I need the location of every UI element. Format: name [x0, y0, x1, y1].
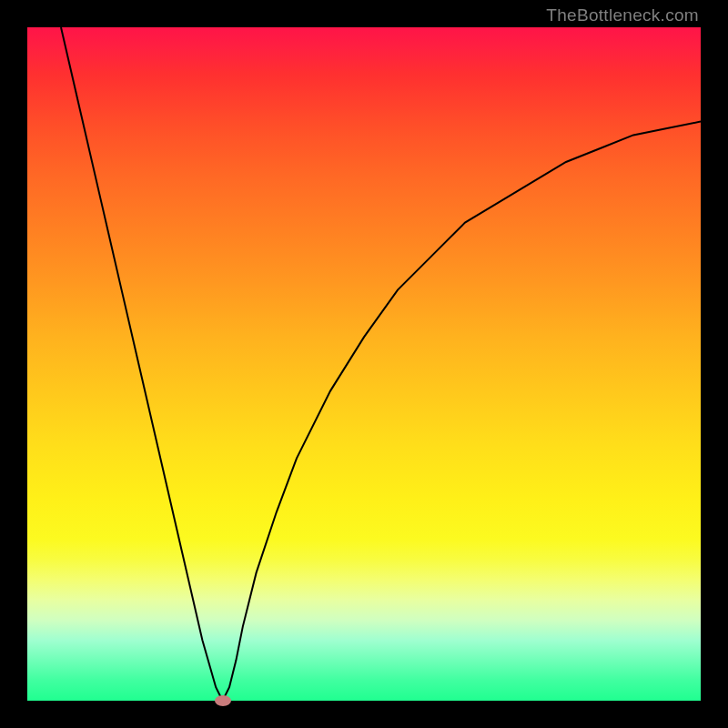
bottleneck-curve — [27, 27, 701, 701]
attribution-text: TheBottleneck.com — [546, 5, 699, 25]
chart-container: TheBottleneck.com — [0, 0, 728, 728]
minimum-marker — [215, 695, 231, 706]
